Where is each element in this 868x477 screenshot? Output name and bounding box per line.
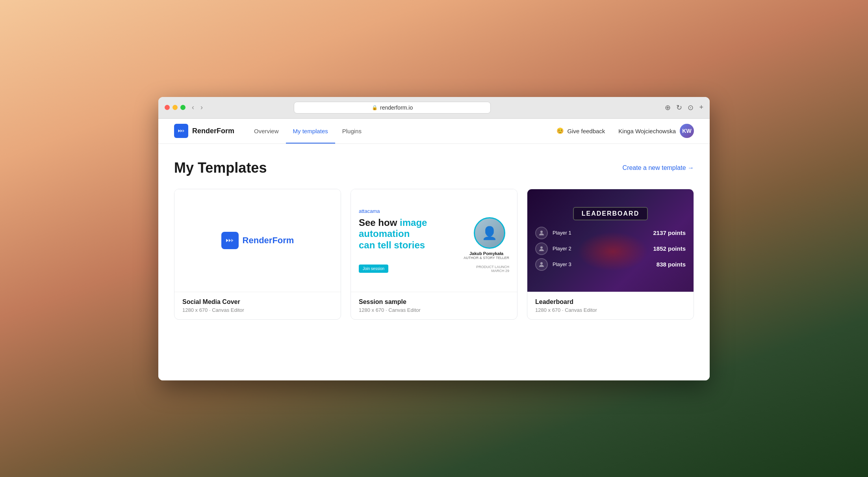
session-headline: See how image automation can tell storie…	[359, 217, 459, 251]
leaderboard-points-3: 838 points	[657, 261, 686, 268]
lock-icon: 🔒	[372, 105, 378, 110]
address-bar[interactable]: 🔒 renderform.io	[294, 102, 491, 114]
avatar: KW	[680, 124, 694, 138]
template-card-leaderboard[interactable]: LEADERBOARD Player 1 2137 points	[527, 189, 694, 320]
session-brand: attacama	[359, 208, 509, 214]
nav-my-templates[interactable]: My templates	[286, 119, 335, 143]
leaderboard-row-1: Player 1 2137 points	[535, 227, 686, 239]
main-content: My Templates Create a new template →	[158, 144, 710, 380]
template-meta-2: 1280 x 670 · Canvas Editor	[359, 307, 509, 313]
session-avatar: 👤	[474, 217, 505, 249]
traffic-lights	[165, 105, 185, 110]
leaderboard-avatar-3	[535, 258, 548, 271]
template-thumbnail-1: RenderForm	[174, 189, 341, 292]
user-name: Kinga Wojciechowska	[618, 128, 676, 134]
leaderboard-points-2: 1852 points	[653, 245, 686, 252]
close-button[interactable]	[165, 105, 170, 110]
renderform-logo-preview: RenderForm	[221, 232, 294, 249]
brand-logo	[174, 124, 188, 138]
user-section[interactable]: Kinga Wojciechowska KW	[618, 124, 694, 138]
page-header: My Templates Create a new template →	[174, 160, 694, 176]
session-text: See how image automation can tell storie…	[359, 217, 459, 251]
nav-overview[interactable]: Overview	[247, 119, 286, 143]
minimize-button[interactable]	[172, 105, 178, 110]
svg-point-2	[540, 262, 543, 265]
browser-chrome: ‹ › 🔒 renderform.io ⊕ ↻ ⊙ +	[158, 97, 710, 119]
page-content: RenderForm Overview My templates Plugins…	[158, 119, 710, 380]
navbar: RenderForm Overview My templates Plugins…	[158, 119, 710, 144]
session-content: See how image automation can tell storie…	[359, 217, 509, 260]
session-author-name: Jakub Pomykała	[464, 251, 509, 256]
template-meta-1: 1280 x 670 · Canvas Editor	[182, 307, 333, 313]
session-headline-line2: can tell stories	[359, 240, 425, 250]
session-product-launch: PRODUCT LAUNCH MARCH 29	[476, 265, 509, 273]
leaderboard-rows: Player 1 2137 points Player 2	[535, 227, 686, 274]
browser-actions: ⊕ ↻ ⊙ +	[665, 103, 703, 112]
session-footer: Join session PRODUCT LAUNCH MARCH 29	[359, 265, 509, 273]
leaderboard-points-1: 2137 points	[653, 229, 686, 236]
leaderboard-title-text: LEADERBOARD	[573, 207, 648, 220]
translate-icon[interactable]: ⊕	[665, 103, 671, 112]
template-info-2: Session sample 1280 x 670 · Canvas Edito…	[351, 292, 517, 319]
leaderboard-player-3: Player 3	[553, 261, 652, 267]
template-info-1: Social Media Cover 1280 x 670 · Canvas E…	[174, 292, 341, 319]
back-arrow[interactable]: ‹	[190, 102, 196, 112]
template-meta-3: 1280 x 670 · Canvas Editor	[535, 307, 686, 313]
template-thumbnail-2: attacama See how image automation can te…	[351, 189, 517, 292]
url-text: renderform.io	[380, 104, 413, 111]
template-thumbnail-3: LEADERBOARD Player 1 2137 points	[527, 189, 694, 292]
leaderboard-player-2: Player 2	[553, 246, 648, 252]
nav-links: Overview My templates Plugins	[247, 119, 369, 143]
leaderboard-title: LEADERBOARD	[535, 207, 686, 220]
session-author: Jakub Pomykała AUTHOR & STORY TELLER	[464, 251, 509, 260]
nav-plugins[interactable]: Plugins	[335, 119, 369, 143]
page-title: My Templates	[174, 160, 267, 176]
template-name-3: Leaderboard	[535, 298, 686, 306]
leaderboard-avatar-1	[535, 227, 548, 239]
leaderboard-avatar-2	[535, 242, 548, 255]
leaderboard-row-2: Player 2 1852 points	[535, 242, 686, 255]
maximize-button[interactable]	[180, 105, 185, 110]
templates-grid: RenderForm Social Media Cover 1280 x 670…	[174, 189, 694, 320]
navbar-right: 😊 Give feedback Kinga Wojciechowska KW	[551, 124, 694, 138]
forward-arrow[interactable]: ›	[199, 102, 204, 112]
session-headline-line1: See how	[359, 217, 400, 228]
template-info-3: Leaderboard 1280 x 670 · Canvas Editor	[527, 292, 694, 319]
session-join-btn: Join session	[359, 265, 388, 273]
nav-arrows: ‹ ›	[190, 102, 204, 112]
create-template-button[interactable]: Create a new template →	[623, 164, 694, 171]
feedback-button[interactable]: 😊 Give feedback	[551, 124, 610, 138]
svg-point-0	[540, 231, 543, 233]
new-tab-icon[interactable]: +	[699, 103, 703, 112]
feedback-label: Give feedback	[567, 128, 605, 134]
leaderboard-player-1: Player 1	[553, 230, 648, 236]
feedback-icon: 😊	[556, 127, 564, 134]
template-card-social-media-cover[interactable]: RenderForm Social Media Cover 1280 x 670…	[174, 189, 341, 320]
reload-icon[interactable]: ↻	[676, 103, 682, 112]
rf-logo-text: RenderForm	[243, 235, 294, 246]
brand-name: RenderForm	[192, 127, 234, 135]
browser-window: ‹ › 🔒 renderform.io ⊕ ↻ ⊙ +	[158, 97, 710, 380]
rf-logo-box	[221, 232, 239, 249]
session-author-title: AUTHOR & STORY TELLER	[464, 256, 509, 260]
template-card-session-sample[interactable]: attacama See how image automation can te…	[351, 189, 517, 320]
leaderboard-row-3: Player 3 838 points	[535, 258, 686, 271]
template-name-2: Session sample	[359, 298, 509, 306]
template-name-1: Social Media Cover	[182, 298, 333, 306]
download-icon[interactable]: ⊙	[688, 103, 694, 112]
brand: RenderForm	[174, 124, 234, 138]
svg-point-1	[540, 246, 543, 249]
